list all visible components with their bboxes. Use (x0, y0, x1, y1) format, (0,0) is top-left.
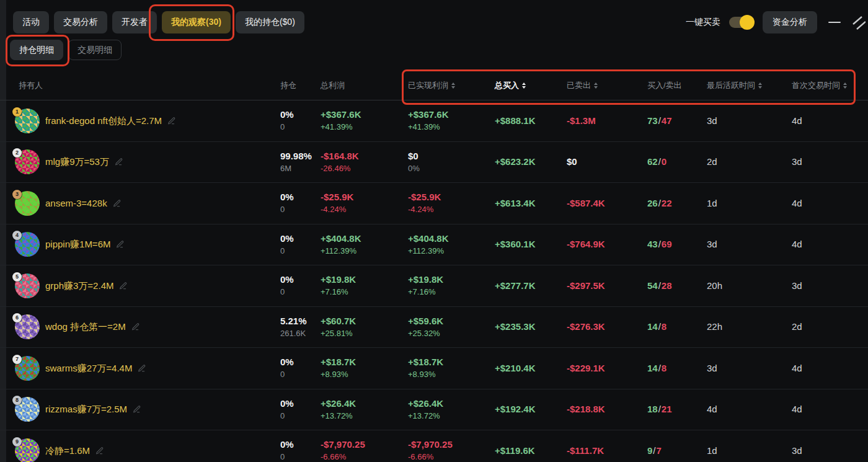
last-active-cell: 4d (699, 402, 784, 416)
table-row[interactable]: 8rizzmas赚7万=2.5M0%0+$26.4K+13.72%+$26.4K… (0, 389, 868, 431)
sold-value: -$276.3K (567, 320, 640, 334)
buy-sell-count-cell: 9/7 (640, 444, 699, 458)
table-row[interactable]: 9冷静=1.6M0%0-$7,970.25-6.66%-$7,970.25-6.… (0, 430, 868, 462)
table-row[interactable]: 4pippin赚1M=6M0%0+$404.8K+112.39%+$404.8K… (0, 224, 868, 266)
holder-name: pippin赚1M=6M (45, 238, 110, 251)
tab-my-watchlist[interactable]: 我的观察(30) (162, 11, 231, 33)
total-buy-value: +$235.3K (495, 320, 559, 334)
position-cell: 5.21%261.6K (273, 314, 313, 340)
tab-activity[interactable]: 活动 (13, 11, 49, 33)
rank-badge: 5 (12, 272, 22, 282)
realized-profit-value: +$18.7K (408, 355, 487, 369)
sold-value: -$1.3M (567, 114, 640, 128)
buy-sell-count-cell: 14/8 (640, 320, 699, 334)
tab-developer[interactable]: 开发者 (112, 11, 157, 33)
edit-name-icon[interactable] (138, 364, 146, 373)
edit-name-icon[interactable] (115, 158, 123, 166)
subtab-position-details[interactable]: 持仓明细 (10, 40, 63, 60)
first-trade-cell: 3d (784, 155, 868, 169)
first-trade-cell: 3d (784, 279, 868, 293)
realized-profit-cell: +$19.8K+7.16% (401, 273, 487, 298)
position-percent: 0% (280, 190, 313, 204)
edit-name-icon[interactable] (95, 446, 104, 455)
total-buy-cell: +$277.7K (487, 279, 559, 293)
edit-name-icon[interactable] (116, 240, 125, 249)
holder-avatar: 5 (15, 273, 40, 298)
holder-cell: 8rizzmas赚7万=2.5M (15, 397, 273, 422)
total-profit-cell: +$18.7K+8.93% (313, 355, 401, 381)
total-profit-percent: -4.24% (321, 204, 401, 216)
column-label: 已实现利润 (408, 80, 448, 91)
sort-down-arrow (843, 86, 847, 89)
subtab-trade-details[interactable]: 交易明细 (68, 40, 122, 60)
holder-avatar: 8 (15, 397, 40, 422)
table-row[interactable]: 3ansem-3=428k0%0-$25.9K-4.24%-$25.9K-4.2… (0, 183, 868, 224)
realized-profit-percent: -4.24% (408, 204, 487, 216)
holder-avatar: 2 (15, 149, 40, 174)
minimize-icon[interactable] (828, 22, 841, 23)
sold-value: $0 (567, 155, 640, 169)
table-row[interactable]: 1frank-degod nft创始人=2.7M0%0+$367.6K+41.3… (0, 100, 868, 142)
first-trade-cell: 4d (784, 114, 868, 128)
sort-up-arrow (451, 82, 455, 85)
one-click-trade-toggle[interactable] (729, 17, 754, 28)
realized-profit-value: +$26.4K (408, 397, 487, 411)
total-profit-value: +$18.7K (321, 355, 401, 369)
total-buy-value: +$277.7K (495, 279, 559, 293)
total-buy-cell: +$210.4K (487, 362, 559, 375)
sort-up-arrow (758, 82, 762, 85)
last-active-cell: 3d (699, 114, 784, 128)
resize-icon[interactable] (852, 14, 866, 30)
table-row[interactable]: 6wdog 持仓第一=2M5.21%261.6K+$60.7K+25.81%+$… (0, 307, 868, 349)
sold-cell: -$229.1K (559, 362, 640, 375)
column-header-sold[interactable]: 已卖出 (559, 80, 640, 91)
column-header-total-buy[interactable]: 总买入 (487, 80, 559, 91)
tab-bar: 活动交易分析开发者我的观察(30)我的持仓($0) 一键买卖 资金分析 (13, 11, 859, 34)
sell-count: 69 (662, 239, 672, 249)
sold-value: -$229.1K (567, 362, 640, 375)
column-label: 总买入 (495, 80, 519, 91)
holders-panel: 活动交易分析开发者我的观察(30)我的持仓($0) 一键买卖 资金分析 持仓明细… (0, 0, 868, 462)
total-buy-value: +$360.1K (495, 238, 559, 251)
column-label: 持仓 (280, 80, 296, 91)
column-header-last-active[interactable]: 最后活跃时间 (699, 80, 784, 91)
position-cell: 0%0 (273, 232, 313, 257)
sort-down-arrow (594, 86, 598, 89)
sold-cell: -$587.4K (559, 197, 640, 210)
table-row[interactable]: 5grph赚3万=2.4M0%0+$19.8K+7.16%+$19.8K+7.1… (0, 265, 868, 307)
table-row[interactable]: 2mlg赚9万=53万99.98%6M-$164.8K-26.46%$00%+$… (0, 142, 868, 184)
total-profit-value: +$60.7K (321, 314, 401, 328)
total-profit-percent: -26.46% (321, 163, 401, 175)
fund-analysis-button[interactable]: 资金分析 (763, 11, 817, 33)
tab-my-positions[interactable]: 我的持仓($0) (236, 11, 304, 33)
sort-down-arrow (758, 86, 762, 89)
sort-icon (758, 82, 762, 89)
total-profit-cell: -$164.8K-26.46% (313, 149, 401, 175)
realized-profit-value: -$7,970.25 (408, 438, 487, 451)
toolbar-right: 一键买卖 资金分析 (686, 11, 859, 33)
sort-down-arrow (451, 86, 455, 89)
realized-profit-percent: -6.66% (408, 451, 487, 462)
realized-profit-cell: +$59.6K+25.32% (401, 314, 487, 340)
total-profit-value: +$19.8K (321, 273, 401, 287)
column-header-realized-profit[interactable]: 已实现利润 (401, 80, 487, 91)
edit-name-icon[interactable] (133, 405, 141, 414)
position-amount: 0 (280, 451, 313, 462)
column-label: 首次交易时间 (792, 80, 840, 91)
toggle-knob (740, 15, 755, 30)
table-row[interactable]: 7swarms赚27万=4.4M0%0+$18.7K+8.93%+$18.7K+… (0, 348, 868, 389)
tab-trade-analysis[interactable]: 交易分析 (54, 11, 107, 33)
sort-icon (594, 82, 598, 89)
edit-name-icon[interactable] (167, 117, 176, 125)
first-trade-cell: 4d (784, 197, 868, 210)
edit-name-icon[interactable] (113, 199, 122, 208)
column-header-first-trade[interactable]: 首次交易时间 (784, 80, 868, 91)
last-active-cell: 20h (699, 279, 784, 293)
total-buy-value: +$192.4K (495, 402, 559, 416)
edit-name-icon[interactable] (119, 282, 128, 290)
column-label: 持有人 (19, 80, 43, 91)
holder-avatar: 6 (15, 314, 40, 339)
one-click-trade-label: 一键买卖 (686, 17, 720, 28)
edit-name-icon[interactable] (131, 322, 140, 331)
sold-value: -$297.5K (567, 279, 640, 293)
